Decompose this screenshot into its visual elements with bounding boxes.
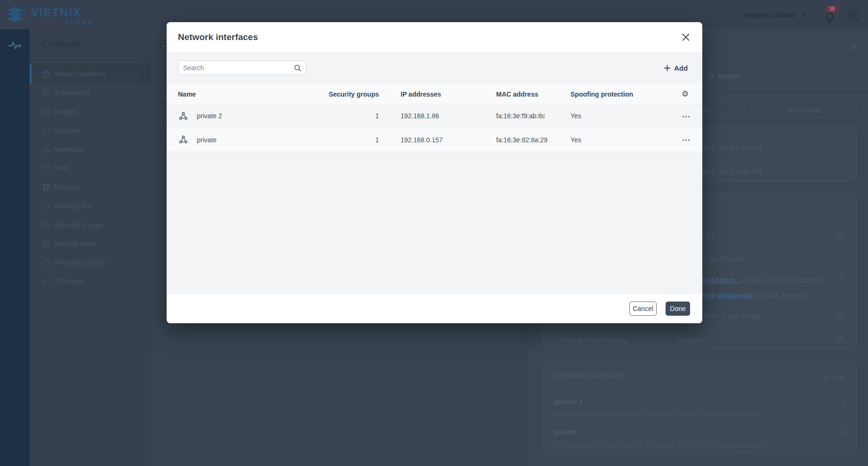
edit-volumes-pencil-icon[interactable]: [836, 275, 844, 283]
interface-share-nodes-icon: [178, 111, 188, 121]
search-box: [178, 60, 306, 75]
vm-volume-2: d-01-volume-02 (50 GiB, nvmer3): [700, 291, 808, 299]
row-actions-kebab-icon[interactable]: [680, 135, 692, 145]
svg-text:IP: IP: [45, 204, 48, 208]
sidebar-item-routers[interactable]: Routers: [30, 178, 151, 196]
network-interfaces-modal: Network interfaces Add Name Security gro…: [167, 22, 702, 323]
user-avatar-icon[interactable]: [847, 10, 860, 23]
modal-header: Network interfaces: [167, 22, 702, 53]
vm-flavor-fragment: CPU, 2 GiB RAM): [704, 312, 760, 320]
edit-flavor-pencil-icon[interactable]: [836, 311, 844, 319]
ip-circle-icon: IP: [41, 201, 51, 211]
column-header-spoofing-protection: Spoofing protection: [571, 90, 633, 98]
cell-security-groups: 1: [327, 136, 379, 144]
sidebar-item-vpn[interactable]: VPN: [30, 159, 151, 178]
table-row[interactable]: private 1 192.168.0.157 fa:16:3e:82:8a:2…: [167, 128, 702, 152]
search-icon: [294, 64, 302, 72]
column-header-security-groups: Security groups: [327, 90, 379, 98]
brand-sub: CLOUD: [65, 19, 93, 25]
sidebar-item-backup-plans[interactable]: Backup plans: [30, 234, 151, 253]
sidebar-item-label: VPN: [54, 164, 69, 172]
table-row[interactable]: private 2 1 192.168.1.86 fa:16:3e:f9:ab:…: [167, 105, 702, 128]
sidebar-title: Compute: [41, 39, 80, 49]
cube-icon: [41, 69, 51, 79]
sidebar-item-volumes[interactable]: Volumes: [30, 121, 151, 140]
lock-icon: [41, 220, 51, 229]
project-selector[interactable]: project-114800: [746, 11, 795, 19]
delete-label: Delete: [718, 72, 739, 80]
sidebar-item-label: Kubernetes: [54, 89, 90, 97]
done-button[interactable]: Done: [666, 302, 690, 316]
share-nodes-icon: [41, 145, 51, 154]
cell-name: private: [197, 136, 217, 144]
sidebar: Compute Virtual machines Kubernetes Imag…: [30, 29, 151, 466]
edit-network-interfaces-button[interactable]: Edit: [822, 373, 845, 381]
hotplug-value: Disabled: [675, 336, 702, 344]
disc-icon: [41, 107, 51, 116]
sidebar-item-label: Security groups: [54, 221, 103, 229]
network-interfaces-card-title: Network interfaces: [554, 370, 624, 380]
sidebar-item-virtual-machines[interactable]: Virtual machines: [30, 65, 151, 83]
chevron-down-icon[interactable]: [800, 12, 808, 17]
updated-date-fragment: er 4, 2025 4:58 PM: [702, 167, 762, 175]
plus-icon: [664, 65, 671, 72]
sidebar-item-label: Volumes: [54, 126, 81, 134]
restore-icon: [41, 258, 51, 267]
sidebar-item-images[interactable]: Images: [30, 102, 151, 121]
shield-icon: [41, 164, 51, 173]
cell-spoofing: Yes: [571, 112, 581, 120]
cell-security-groups: 1: [327, 112, 379, 120]
sidebar-item-label: Floating IPs: [54, 202, 91, 210]
drawer-close-icon[interactable]: [849, 42, 859, 51]
drawer-interface-meta: MAC address: fa:16:3e:82:8a:29, Primary …: [554, 441, 769, 449]
activity-pulse-icon[interactable]: [8, 41, 21, 50]
pencil-icon: [822, 374, 830, 381]
cancel-button[interactable]: Cancel: [629, 302, 657, 316]
delete-vm-button[interactable]: Delete: [707, 72, 739, 80]
hotplug-label: CPU and RAM hot plug: [554, 336, 627, 344]
icon-rail: [0, 29, 30, 466]
cell-name: private 2: [197, 112, 222, 120]
vietnix-logo-icon: [5, 5, 26, 25]
modal-close-icon[interactable]: [681, 32, 692, 43]
sidebar-item-label: Backup plans: [54, 239, 96, 247]
cell-mac: fa:16:3e:f9:ab:8c: [496, 112, 545, 120]
add-interface-button[interactable]: Add: [664, 62, 688, 74]
sidebar-item-floating-ips[interactable]: IP Floating IPs: [30, 196, 151, 215]
modal-title: Network interfaces: [178, 32, 258, 42]
volume-2-info: (50 GiB, nvmer3): [752, 291, 808, 299]
chevron-right-icon[interactable]: [839, 399, 846, 406]
sidebar-item-recovery-points[interactable]: Recovery points: [30, 253, 151, 272]
tab-monitoring[interactable]: Monitoring: [752, 102, 857, 118]
edit-label: Edit: [833, 373, 845, 381]
row-actions-kebab-icon[interactable]: [680, 111, 692, 122]
sidebar-item-label: SSH keys: [54, 277, 85, 285]
notification-badge: 18: [826, 5, 838, 13]
helm-icon: [41, 88, 51, 98]
column-header-name: Name: [178, 90, 196, 98]
sidebar-item-label: Virtual machines: [54, 70, 106, 78]
cell-ip: 192.168.1.86: [401, 112, 439, 120]
interface-share-nodes-icon: [178, 135, 188, 145]
sidebar-header: Compute: [30, 29, 151, 60]
sidebar-item-networks[interactable]: Networks: [30, 140, 151, 159]
vm-os-fragment: 22.04-LTS-x64: [699, 255, 745, 263]
tab-monitoring-label: Monitoring: [752, 106, 857, 114]
search-input[interactable]: [183, 61, 291, 74]
cell-mac: fa:16:3e:82:8a:29: [496, 136, 547, 144]
drawer-interface-name: private: [554, 428, 577, 436]
grid-icon: [41, 182, 51, 192]
sidebar-item-kubernetes[interactable]: Kubernetes: [30, 83, 151, 102]
volume-2-link-fragment[interactable]: d-01-volume-02: [700, 291, 752, 299]
sidebar-item-security-groups[interactable]: Security groups: [30, 215, 151, 234]
sidebar-item-ssh-keys[interactable]: SSH keys: [30, 272, 151, 291]
cell-ip: 192.168.0.157: [401, 136, 443, 144]
edit-name-pencil-icon[interactable]: [836, 231, 844, 239]
drawer-interface-name: private 2: [554, 398, 583, 406]
chevron-right-icon[interactable]: [839, 429, 846, 436]
volume-1-link-fragment[interactable]: d-01/Ubun: [700, 276, 735, 284]
edit-hotplug-pencil-icon[interactable]: [836, 335, 844, 343]
vm-volume-1: d-01/Ubun... (5 GiB, nvmer3) Bootable: [700, 276, 822, 284]
table-settings-gear-icon[interactable]: ⚙: [682, 90, 689, 98]
modal-footer: Cancel Done: [167, 293, 702, 323]
